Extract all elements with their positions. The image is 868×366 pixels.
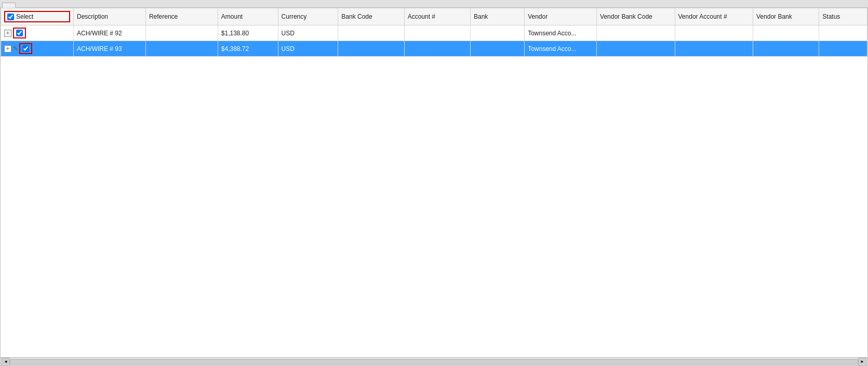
row-vendoraccount [675, 25, 753, 41]
select-header-label: Select [16, 13, 33, 20]
col-header-vendoraccount: Vendor Account # [675, 8, 753, 25]
col-header-account: Account # [404, 8, 470, 25]
table-body: +ACH/WIRE # 92$1,138.80USDTownsend Acco.… [1, 25, 867, 57]
row-reference [145, 25, 218, 41]
col-header-amount: Amount [218, 8, 278, 25]
table-row[interactable]: +ACH/WIRE # 92$1,138.80USDTownsend Acco.… [1, 25, 867, 41]
col-header-description: Description [74, 8, 146, 25]
row-amount: $1,138.80 [218, 25, 278, 41]
tab-bar [0, 0, 868, 7]
main-content: Select Description Reference Amount Curr… [0, 7, 868, 366]
col-header-reference: Reference [145, 8, 218, 25]
table-row[interactable]: +✎ACH/WIRE # 93$4,388.72USDTownsend Acco… [1, 41, 867, 57]
row-currency: USD [278, 41, 338, 57]
row-vendorbankcode [597, 25, 675, 41]
select-header-cell: Select [4, 11, 70, 22]
table-wrapper[interactable]: Select Description Reference Amount Curr… [1, 8, 867, 357]
row-description: ACH/WIRE # 92 [74, 25, 146, 41]
table-header-row: Select Description Reference Amount Curr… [1, 8, 867, 25]
row-vendorbank [753, 25, 819, 41]
first-col-cell: +✎ [4, 43, 70, 54]
col-header-select: Select [1, 8, 74, 25]
expand-button[interactable]: + [4, 30, 11, 37]
row-select-cell: + [1, 25, 74, 41]
row-select-cell: +✎ [1, 41, 74, 57]
select-all-checkbox[interactable] [7, 14, 14, 20]
row-vendorbank [753, 41, 819, 57]
col-header-vendorbank: Vendor Bank [753, 8, 819, 25]
row-vendoraccount [675, 41, 753, 57]
row-check-bordered [13, 28, 26, 38]
scrollbar-track[interactable] [10, 359, 858, 364]
horizontal-scrollbar[interactable]: ◄ ► [1, 357, 867, 365]
row-amount: $4,388.72 [218, 41, 278, 57]
row-status [819, 25, 867, 41]
col-header-bankcode: Bank Code [338, 8, 404, 25]
row-account [404, 41, 470, 57]
expand-button[interactable]: + [4, 45, 11, 53]
row-currency: USD [278, 25, 338, 41]
col-header-vendor: Vendor [525, 8, 597, 25]
row-status [819, 41, 867, 57]
tab-payments[interactable] [2, 3, 16, 8]
edit-icon[interactable]: ✎ [13, 45, 18, 52]
row-description: ACH/WIRE # 93 [74, 41, 146, 57]
first-col-cell: + [4, 28, 70, 38]
col-header-bank: Bank [470, 8, 524, 25]
row-vendorbankcode [597, 41, 675, 57]
row-bank [470, 41, 524, 57]
scroll-right-arrow[interactable]: ► [858, 358, 866, 366]
row-vendor: Townsend Acco... [525, 41, 597, 57]
row-checkbox[interactable] [22, 45, 29, 52]
row-bankcode [338, 25, 404, 41]
col-header-status: Status [819, 8, 867, 25]
row-account [404, 25, 470, 41]
row-vendor: Townsend Acco... [525, 25, 597, 41]
row-bankcode [338, 41, 404, 57]
col-header-currency: Currency [278, 8, 338, 25]
scroll-left-arrow[interactable]: ◄ [2, 358, 10, 366]
row-reference [145, 41, 218, 57]
row-checkbox[interactable] [16, 30, 23, 36]
row-check-bordered [19, 43, 32, 54]
payments-table: Select Description Reference Amount Curr… [1, 8, 867, 57]
row-bank [470, 25, 524, 41]
col-header-vendorbankcode: Vendor Bank Code [597, 8, 675, 25]
